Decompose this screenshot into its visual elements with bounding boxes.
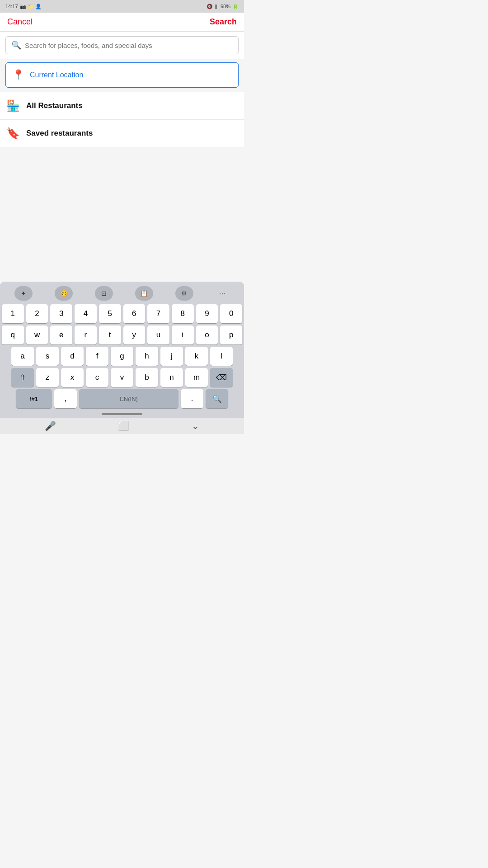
battery-icon: 🔋	[232, 4, 239, 9]
key-v[interactable]: v	[111, 368, 133, 387]
search-icon: 🔍	[11, 40, 21, 50]
key-g[interactable]: g	[111, 347, 133, 366]
current-location-button[interactable]: 📍 Current Location	[5, 62, 239, 88]
comma-key[interactable]: ,	[54, 389, 77, 408]
signal-icon: |||	[215, 4, 219, 9]
bottom-nav: 🎤 ⬜ ⌄	[0, 418, 244, 434]
mute-icon: 🔇	[206, 4, 213, 9]
bottom-row: !#1 , EN(IN) . 🔍	[0, 389, 244, 408]
key-f[interactable]: f	[86, 347, 108, 366]
key-1[interactable]: 1	[2, 304, 24, 323]
all-restaurants-label: All Restaurants	[26, 101, 83, 110]
key-5[interactable]: 5	[99, 304, 121, 323]
status-bar: 14:17 📷 📁 👤 🔇 ||| 68% 🔋	[0, 0, 244, 13]
shift-key[interactable]: ⇧	[11, 368, 34, 387]
key-d[interactable]: d	[61, 347, 84, 366]
key-s[interactable]: s	[36, 347, 59, 366]
key-m[interactable]: m	[185, 368, 208, 387]
menu-section: 🏪 All Restaurants 🔖 Saved restaurants	[0, 92, 244, 147]
all-restaurants-icon: 🏪	[6, 99, 20, 112]
home-button[interactable]: ⬜	[118, 420, 129, 431]
sparkle-button[interactable]: ✦	[14, 286, 33, 301]
key-t[interactable]: t	[99, 326, 121, 344]
settings-button[interactable]: ⚙	[175, 286, 193, 301]
language-key[interactable]: EN(IN)	[79, 389, 178, 408]
key-y[interactable]: y	[123, 326, 145, 344]
key-k[interactable]: k	[185, 347, 208, 366]
clipboard2-button[interactable]: 📋	[135, 286, 153, 301]
key-a[interactable]: a	[11, 347, 34, 366]
cancel-button[interactable]: Cancel	[7, 17, 33, 27]
time: 14:17	[5, 4, 18, 9]
key-e[interactable]: e	[50, 326, 72, 344]
key-l[interactable]: l	[210, 347, 233, 366]
key-6[interactable]: 6	[123, 304, 145, 323]
search-input[interactable]	[25, 42, 233, 49]
number-row: 1 2 3 4 5 6 7 8 9 0	[0, 304, 244, 323]
key-j[interactable]: j	[160, 347, 183, 366]
backspace-key[interactable]: ⌫	[210, 368, 233, 387]
key-3[interactable]: 3	[50, 304, 72, 323]
asdf-row: a s d f g h j k l	[0, 347, 244, 366]
key-2[interactable]: 2	[26, 304, 48, 323]
key-4[interactable]: 4	[75, 304, 97, 323]
mic-button[interactable]: 🎤	[45, 420, 56, 431]
location-icon: 📍	[12, 69, 24, 81]
status-right: 🔇 ||| 68% 🔋	[206, 4, 239, 9]
key-i[interactable]: i	[172, 326, 194, 344]
key-9[interactable]: 9	[196, 304, 218, 323]
key-0[interactable]: 0	[220, 304, 242, 323]
key-z[interactable]: z	[36, 368, 59, 387]
key-c[interactable]: c	[86, 368, 108, 387]
header: Cancel Search	[0, 13, 244, 32]
key-h[interactable]: h	[136, 347, 158, 366]
back-button[interactable]: ⌄	[192, 420, 199, 431]
swipe-indicator	[102, 413, 142, 415]
period-key[interactable]: .	[181, 389, 203, 408]
qwerty-row: q w e r t y u i o p	[0, 326, 244, 344]
key-r[interactable]: r	[75, 326, 97, 344]
keyboard-toolbar: ✦ 😊 ⊡ 📋 ⚙ ···	[0, 284, 244, 304]
battery-label: 68%	[221, 4, 230, 9]
status-left: 14:17 📷 📁 👤	[5, 4, 42, 9]
key-p[interactable]: p	[220, 326, 242, 344]
key-x[interactable]: x	[61, 368, 84, 387]
symbols-key[interactable]: !#1	[16, 389, 52, 408]
search-input-wrapper: 🔍	[0, 32, 244, 59]
current-location-label: Current Location	[30, 71, 83, 79]
keyboard-search-key[interactable]: 🔍	[206, 389, 228, 408]
key-7[interactable]: 7	[147, 304, 169, 323]
search-input-container[interactable]: 🔍	[5, 36, 239, 54]
emoji-button[interactable]: 😊	[55, 286, 73, 301]
status-icons: 📷 📁 👤	[20, 4, 42, 9]
key-n[interactable]: n	[160, 368, 183, 387]
more-button[interactable]: ···	[216, 287, 230, 300]
zxcv-row: ⇧ z x c v b n m ⌫	[0, 368, 244, 387]
saved-restaurants-icon: 🔖	[6, 127, 20, 140]
saved-restaurants-item[interactable]: 🔖 Saved restaurants	[0, 120, 244, 147]
keyboard: ✦ 😊 ⊡ 📋 ⚙ ··· 1 2 3 4 5 6 7 8 9 0 q w e …	[0, 282, 244, 418]
saved-restaurants-label: Saved restaurants	[26, 129, 93, 138]
key-8[interactable]: 8	[172, 304, 194, 323]
clipboard-button[interactable]: ⊡	[95, 286, 113, 301]
key-u[interactable]: u	[147, 326, 169, 344]
key-o[interactable]: o	[196, 326, 218, 344]
search-button[interactable]: Search	[210, 17, 237, 27]
all-restaurants-item[interactable]: 🏪 All Restaurants	[0, 92, 244, 120]
key-w[interactable]: w	[26, 326, 48, 344]
key-q[interactable]: q	[2, 326, 24, 344]
key-b[interactable]: b	[136, 368, 158, 387]
